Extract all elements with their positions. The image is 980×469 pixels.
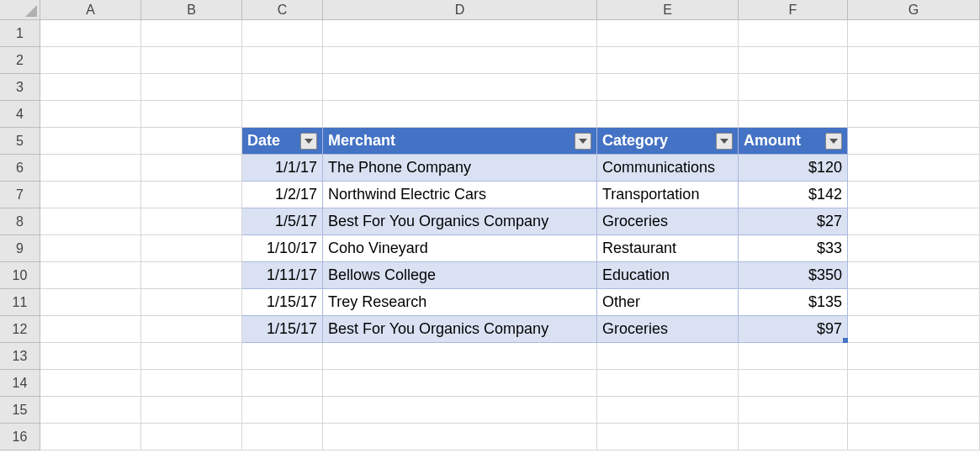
col-header-E[interactable]: E	[597, 0, 739, 20]
cell-A4[interactable]	[40, 101, 141, 128]
cell-B2[interactable]	[141, 47, 242, 74]
cell-F15[interactable]	[739, 397, 848, 424]
table-cell-category[interactable]: Restaurant	[597, 235, 739, 262]
cell-G1[interactable]	[848, 20, 980, 47]
col-header-B[interactable]: B	[141, 0, 242, 20]
cell-D3[interactable]	[323, 74, 597, 101]
cell-G13[interactable]	[848, 343, 980, 370]
cell-G5[interactable]	[848, 128, 980, 155]
cell-B5[interactable]	[141, 128, 242, 155]
table-cell-amount[interactable]: $350	[739, 262, 848, 289]
table-cell-category[interactable]: Transportation	[597, 182, 739, 208]
cell-D2[interactable]	[323, 47, 597, 74]
cell-A10[interactable]	[40, 262, 141, 289]
row-header-8[interactable]: 8	[0, 208, 40, 235]
row-header-14[interactable]: 14	[0, 370, 40, 397]
cell-D15[interactable]	[323, 397, 597, 424]
cell-F2[interactable]	[739, 47, 848, 74]
col-header-G[interactable]: G	[848, 0, 980, 20]
cell-E4[interactable]	[597, 101, 739, 128]
filter-button-date[interactable]	[300, 133, 317, 150]
cell-G14[interactable]	[848, 370, 980, 397]
cell-B10[interactable]	[141, 262, 242, 289]
table-cell-category[interactable]: Groceries	[597, 316, 739, 343]
cell-A8[interactable]	[40, 208, 141, 235]
table-cell-amount[interactable]: $142	[739, 182, 848, 208]
cell-A2[interactable]	[40, 47, 141, 74]
table-cell-date[interactable]: 1/15/17	[242, 289, 323, 316]
cell-B12[interactable]	[141, 316, 242, 343]
cell-A5[interactable]	[40, 128, 141, 155]
cell-A7[interactable]	[40, 182, 141, 208]
table-cell-date[interactable]: 1/2/17	[242, 182, 323, 208]
row-header-11[interactable]: 11	[0, 289, 40, 316]
cell-A6[interactable]	[40, 155, 141, 182]
cell-B15[interactable]	[141, 397, 242, 424]
row-header-7[interactable]: 7	[0, 182, 40, 208]
row-header-9[interactable]: 9	[0, 235, 40, 262]
table-header-amount[interactable]: Amount	[739, 128, 848, 155]
cell-C4[interactable]	[242, 101, 323, 128]
table-cell-merchant[interactable]: Best For You Organics Company	[323, 208, 597, 235]
cell-F3[interactable]	[739, 74, 848, 101]
cell-G11[interactable]	[848, 289, 980, 316]
row-header-15[interactable]: 15	[0, 397, 40, 424]
cell-D16[interactable]	[323, 424, 597, 451]
cell-G10[interactable]	[848, 262, 980, 289]
table-cell-date[interactable]: 1/5/17	[242, 208, 323, 235]
cell-E15[interactable]	[597, 397, 739, 424]
cell-D4[interactable]	[323, 101, 597, 128]
row-header-2[interactable]: 2	[0, 47, 40, 74]
cell-F14[interactable]	[739, 370, 848, 397]
col-header-C[interactable]: C	[242, 0, 323, 20]
table-cell-merchant[interactable]: Bellows College	[323, 262, 597, 289]
cell-F13[interactable]	[739, 343, 848, 370]
cell-C13[interactable]	[242, 343, 323, 370]
table-cell-category[interactable]: Other	[597, 289, 739, 316]
cell-F16[interactable]	[739, 424, 848, 451]
table-resize-handle-icon[interactable]	[843, 338, 848, 343]
cell-E2[interactable]	[597, 47, 739, 74]
table-cell-merchant[interactable]: Best For You Organics Company	[323, 316, 597, 343]
cell-B8[interactable]	[141, 208, 242, 235]
cell-B1[interactable]	[141, 20, 242, 47]
cell-B13[interactable]	[141, 343, 242, 370]
cell-B14[interactable]	[141, 370, 242, 397]
cell-G4[interactable]	[848, 101, 980, 128]
col-header-D[interactable]: D	[323, 0, 597, 20]
row-header-12[interactable]: 12	[0, 316, 40, 343]
table-header-merchant[interactable]: Merchant	[323, 128, 597, 155]
cell-A14[interactable]	[40, 370, 141, 397]
cell-G16[interactable]	[848, 424, 980, 451]
cell-E13[interactable]	[597, 343, 739, 370]
cell-A1[interactable]	[40, 20, 141, 47]
cell-G8[interactable]	[848, 208, 980, 235]
cell-G6[interactable]	[848, 155, 980, 182]
cell-G2[interactable]	[848, 47, 980, 74]
cell-C16[interactable]	[242, 424, 323, 451]
cell-A11[interactable]	[40, 289, 141, 316]
row-header-10[interactable]: 10	[0, 262, 40, 289]
filter-button-merchant[interactable]	[575, 133, 591, 150]
row-header-5[interactable]: 5	[0, 128, 40, 155]
cell-A15[interactable]	[40, 397, 141, 424]
cell-G12[interactable]	[848, 316, 980, 343]
cell-A3[interactable]	[40, 74, 141, 101]
cell-A13[interactable]	[40, 343, 141, 370]
cell-B11[interactable]	[141, 289, 242, 316]
cell-E3[interactable]	[597, 74, 739, 101]
cell-C14[interactable]	[242, 370, 323, 397]
col-header-F[interactable]: F	[739, 0, 848, 20]
cell-B9[interactable]	[141, 235, 242, 262]
filter-button-category[interactable]	[716, 133, 733, 150]
cell-A16[interactable]	[40, 424, 141, 451]
table-cell-merchant[interactable]: Trey Research	[323, 289, 597, 316]
table-cell-category[interactable]: Communications	[597, 155, 739, 182]
cell-C3[interactable]	[242, 74, 323, 101]
table-cell-merchant[interactable]: The Phone Company	[323, 155, 597, 182]
cell-G15[interactable]	[848, 397, 980, 424]
cell-D1[interactable]	[323, 20, 597, 47]
cell-F1[interactable]	[739, 20, 848, 47]
row-header-4[interactable]: 4	[0, 101, 40, 128]
col-header-A[interactable]: A	[40, 0, 141, 20]
